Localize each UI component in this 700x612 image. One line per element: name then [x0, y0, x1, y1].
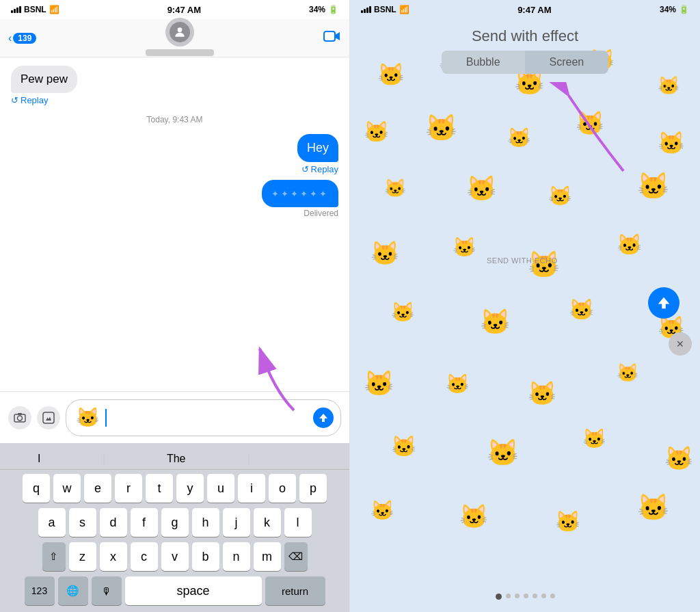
key-j[interactable]: j [223, 508, 250, 537]
key-h[interactable]: h [192, 508, 219, 537]
key-q[interactable]: q [23, 474, 50, 503]
right-signal-icon [361, 6, 371, 13]
battery-label: 34% [309, 5, 325, 14]
key-x[interactable]: x [100, 542, 127, 571]
page-dots [350, 594, 700, 600]
svg-rect-5 [43, 412, 54, 423]
replay-label: Replay [21, 95, 48, 105]
key-row-2: a s d f g h j k l [3, 508, 347, 537]
key-return[interactable]: return [265, 576, 325, 605]
key-mic[interactable]: 🎙 [92, 576, 122, 605]
bubble-text-sparkle: ✦✦✦✦✦✦ [262, 180, 338, 207]
svg-rect-4 [18, 413, 22, 415]
key-r[interactable]: r [115, 474, 142, 503]
suggestion-the[interactable]: The [167, 453, 186, 465]
key-z[interactable]: z [69, 542, 96, 571]
right-wifi-icon: 📶 [399, 5, 409, 14]
key-m[interactable]: m [254, 542, 281, 571]
back-badge: 139 [13, 33, 36, 44]
keyboard-rows: q w e r t y u i o p a s d f g h j k l [0, 470, 349, 609]
effect-tabs: Bubble Screen [350, 51, 700, 82]
camera-button[interactable] [8, 406, 31, 429]
right-carrier: BSNL [374, 5, 396, 14]
key-l[interactable]: l [284, 508, 312, 537]
key-f[interactable]: f [131, 508, 158, 537]
cat-emoji-in-input: 🐱 [76, 406, 100, 429]
cat-scatter-background: 🐱 🐱 🐱 🐱 🐱 🐱 🐱 🐱 🐱 🐱 🐱 🐱 🐱 🐱 🐱 🐱 🐱 🐱 🐱 🐱 … [350, 0, 700, 612]
battery-icon: 🔋 [328, 5, 338, 14]
dot-5 [533, 594, 537, 598]
timestamp-label: Today, 9:43 AM [11, 115, 338, 124]
key-b[interactable]: b [192, 542, 219, 571]
avatar [165, 18, 194, 46]
key-n[interactable]: n [223, 542, 250, 571]
time-label: 9:47 AM [167, 5, 201, 15]
close-button-right[interactable]: ✕ [669, 332, 692, 356]
key-s[interactable]: s [69, 508, 96, 537]
replay-link-hey[interactable]: ↺ Replay [301, 164, 338, 174]
key-123[interactable]: 123 [25, 576, 55, 605]
replay-icon-hey: ↺ [301, 164, 309, 174]
dot-3 [515, 594, 520, 598]
effect-title: Send with effect [350, 19, 700, 51]
key-shift[interactable]: ⇧ [42, 542, 66, 571]
message-input-container[interactable]: 🐱 [66, 399, 341, 436]
right-battery-icon: 🔋 [679, 5, 689, 14]
keyboard: I | The | q w e r t y u i o p a s d [0, 443, 349, 612]
key-o[interactable]: o [269, 474, 296, 503]
right-status-bar: BSNL 📶 9:47 AM 34% 🔋 [350, 0, 700, 19]
send-echo-label: SEND WITH ECHO [487, 256, 558, 265]
right-battery: 34% [660, 5, 676, 14]
left-status-left: BSNL 📶 [11, 5, 59, 14]
bubble-text-pewpew: Pew pew [11, 66, 77, 93]
key-a[interactable]: a [38, 508, 66, 537]
contact-name [146, 46, 214, 59]
key-e[interactable]: e [84, 474, 111, 503]
replay-link-pewpew[interactable]: ↺ Replay [11, 95, 77, 105]
key-y[interactable]: y [176, 474, 204, 503]
key-p[interactable]: p [299, 474, 327, 503]
key-c[interactable]: c [131, 542, 158, 571]
key-row-1: q w e r t y u i o p [3, 474, 347, 503]
received-bubble-pewpew: Pew pew ↺ Replay [11, 66, 77, 105]
svg-point-3 [18, 416, 23, 421]
right-status-left: BSNL 📶 [361, 5, 409, 14]
back-button[interactable]: ‹ 139 [8, 32, 36, 44]
replay-icon: ↺ [11, 95, 18, 105]
delivered-label: Delivered [304, 209, 338, 218]
contact-info[interactable] [146, 18, 214, 59]
left-status-bar: BSNL 📶 9:47 AM 34% 🔋 [0, 0, 349, 19]
key-w[interactable]: w [53, 474, 81, 503]
input-bar: 🐱 [0, 391, 349, 443]
suggestion-i[interactable]: I [38, 453, 40, 465]
key-v[interactable]: v [161, 542, 189, 571]
replay-label-hey: Replay [311, 164, 338, 174]
key-d[interactable]: d [100, 508, 127, 537]
key-emoji[interactable]: 🌐 [58, 576, 88, 605]
tab-bubble[interactable]: Bubble [442, 51, 525, 74]
key-t[interactable]: t [146, 474, 173, 503]
sent-bubble-sparkle: ✦✦✦✦✦✦ Delivered [262, 180, 338, 218]
send-button-left[interactable] [313, 408, 334, 428]
video-call-button[interactable] [323, 29, 341, 48]
keyboard-suggestions: I | The | [0, 449, 349, 470]
tab-screen[interactable]: Screen [525, 51, 609, 74]
key-g[interactable]: g [161, 508, 189, 537]
signal-bars-icon [11, 6, 21, 13]
key-delete[interactable]: ⌫ [284, 542, 308, 571]
key-k[interactable]: k [254, 508, 281, 537]
carrier-label: BSNL [24, 5, 46, 14]
svg-rect-1 [324, 31, 335, 41]
dot-2 [506, 594, 511, 598]
right-phone: 🐱 🐱 🐱 🐱 🐱 🐱 🐱 🐱 🐱 🐱 🐱 🐱 🐱 🐱 🐱 🐱 🐱 🐱 🐱 🐱 … [350, 0, 700, 612]
key-row-4: 123 🌐 🎙 space return [3, 576, 347, 605]
key-space[interactable]: space [125, 576, 262, 605]
send-button-right[interactable] [648, 287, 679, 319]
purple-arrow-right [528, 82, 637, 178]
dot-7 [550, 594, 555, 598]
back-chevron-icon: ‹ [8, 32, 12, 44]
app-store-button[interactable] [37, 406, 60, 429]
right-status-right: 34% 🔋 [660, 5, 689, 14]
key-u[interactable]: u [207, 474, 234, 503]
key-i[interactable]: i [238, 474, 265, 503]
